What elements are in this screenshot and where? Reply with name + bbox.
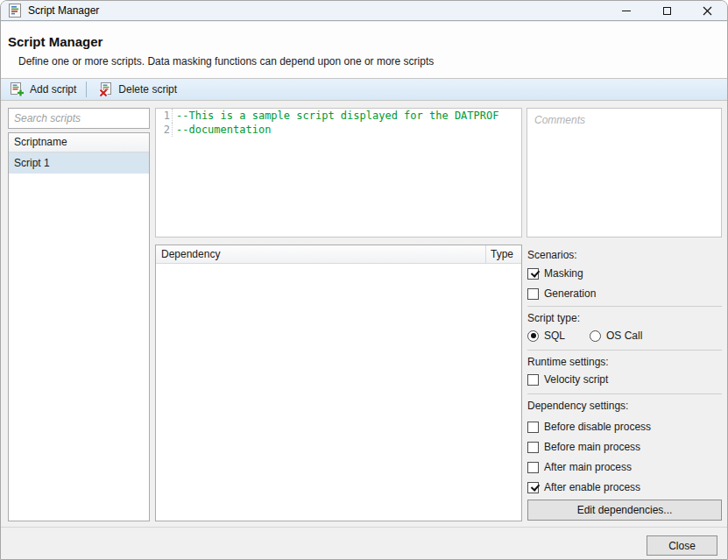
code-text: --documentation [176,123,271,137]
runtime-settings-label: Runtime settings: [527,356,609,368]
section-divider [527,350,722,351]
checkbox-before-main-process[interactable]: Before main process [527,440,640,454]
toolbar-separator [86,82,87,97]
close-icon [703,6,712,16]
section-divider [527,306,722,307]
masking-checkbox[interactable] [527,268,539,280]
line-number: 2 [156,123,172,137]
page-subtitle: Define one or more scripts. Data masking… [18,55,434,67]
comments-input[interactable] [527,108,722,237]
edit-dependencies-button[interactable]: Edit dependencies... [527,500,722,521]
toolbar: Add script Delete script [1,78,727,101]
dependency-table-header: Dependency Type [156,245,521,264]
delete-script-label: Delete script [118,83,177,96]
code-line: 1 --This is a sample script displayed fo… [156,109,521,123]
options-panel: Scenarios: Masking Generation Script typ… [527,245,722,521]
add-script-icon [10,82,25,96]
code-line: 2 --documentation [156,123,521,137]
column-header-type[interactable]: Type [486,245,521,263]
dependency-table[interactable]: Dependency Type [155,245,522,521]
line-number: 1 [156,109,172,123]
os-call-label[interactable]: OS Call [606,330,642,342]
gutter-divider [172,109,173,123]
checkbox-masking[interactable]: Masking [527,266,583,280]
footer-divider [1,527,727,528]
add-script-button[interactable]: Add script [3,80,83,99]
velocity-script-checkbox[interactable] [527,374,539,386]
script-code-editor[interactable]: 1 --This is a sample script displayed fo… [155,108,522,237]
gutter-divider [172,123,173,137]
list-item-script-1[interactable]: Script 1 [9,152,149,174]
dialog-header: Script Manager Define one or more script… [1,22,727,78]
minimize-button[interactable] [606,1,647,20]
checkbox-after-enable-process[interactable]: After enable process [527,480,640,494]
window-title: Script Manager [28,4,99,17]
maximize-icon [663,7,671,15]
section-divider [527,393,722,394]
sql-radio[interactable] [527,330,539,342]
title-bar: Script Manager [1,1,727,21]
search-input[interactable] [8,108,150,129]
checkbox-generation[interactable]: Generation [527,287,596,301]
after-main-process-label[interactable]: After main process [544,461,632,473]
dependency-settings-label: Dependency settings: [527,400,628,412]
script-name-label: Script 1 [14,157,50,169]
before-disable-process-checkbox[interactable] [527,422,539,433]
close-button[interactable]: Close [647,535,717,556]
generation-checkbox[interactable] [527,288,539,300]
velocity-script-label[interactable]: Velocity script [544,373,608,386]
script-list: Scriptname Script 1 [8,132,150,521]
delete-script-icon [98,82,113,96]
add-script-label: Add script [30,83,76,96]
script-type-radios: SQL OS Call [527,329,642,343]
column-header-dependency[interactable]: Dependency [156,245,486,263]
script-list-header: Scriptname [9,133,149,152]
maximize-button[interactable] [647,1,687,20]
minimize-icon [622,11,631,11]
checkbox-before-disable-process[interactable]: Before disable process [527,420,651,434]
after-enable-process-label[interactable]: After enable process [544,481,640,493]
sql-label[interactable]: SQL [544,330,565,342]
after-main-process-checkbox[interactable] [527,462,539,473]
script-manager-app-icon [8,4,22,18]
page-title: Script Manager [8,34,102,49]
delete-script-button[interactable]: Delete script [91,80,184,99]
masking-label[interactable]: Masking [544,267,583,280]
before-main-process-checkbox[interactable] [527,442,539,453]
checkbox-after-main-process[interactable]: After main process [527,460,632,474]
script-type-label: Script type: [527,312,580,324]
close-window-button[interactable] [687,1,727,20]
script-manager-dialog: Script Manager Script Manager Define one… [0,0,728,560]
generation-label[interactable]: Generation [544,287,596,300]
checkbox-velocity-script[interactable]: Velocity script [527,372,608,386]
before-disable-process-label[interactable]: Before disable process [544,421,651,433]
scenarios-label: Scenarios: [527,249,577,261]
os-call-radio[interactable] [590,330,601,342]
code-text: --This is a sample script displayed for … [176,109,498,123]
after-enable-process-checkbox[interactable] [527,482,539,493]
before-main-process-label[interactable]: Before main process [544,441,640,453]
